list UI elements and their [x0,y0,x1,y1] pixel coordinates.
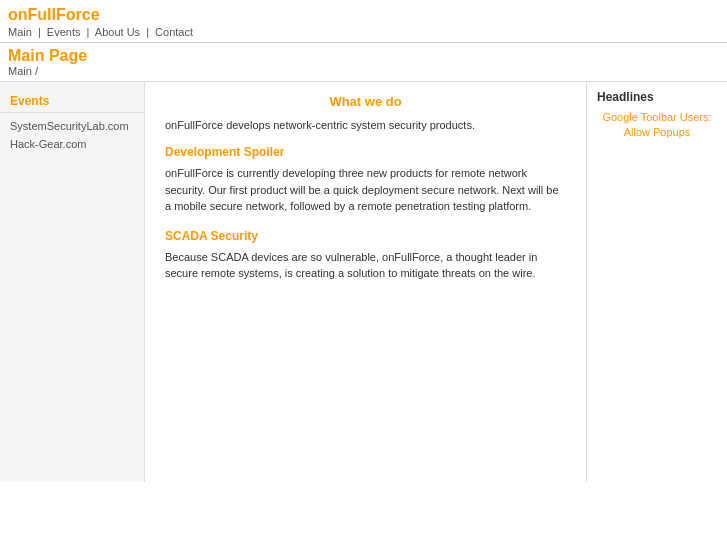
headline-link-google-toolbar[interactable]: Google Toolbar Users: Allow Popups [597,110,717,141]
page-title-area: Main Page Main / [0,43,727,82]
site-header: onFullForce Main | Events | About Us | C… [0,0,727,43]
sidebar-events-heading: Events [0,90,144,113]
section-heading-scada: SCADA Security [165,229,566,243]
site-title: onFullForce [8,6,719,24]
breadcrumb: Main / [8,65,719,77]
headlines-heading: Headlines [597,90,717,104]
main-layout: Events SystemSecurityLab.com Hack-Gear.c… [0,82,727,482]
page-title: Main Page [8,47,719,65]
sidebar: Events SystemSecurityLab.com Hack-Gear.c… [0,82,145,482]
section-text-scada: Because SCADA devices are so vulnerable,… [165,249,566,282]
section-text-development: onFullForce is currently developing thre… [165,165,566,215]
nav-sep-3: | [146,26,149,38]
nav-bar: Main | Events | About Us | Contact [8,26,719,38]
main-content: What we do onFullForce develops network-… [145,82,587,482]
sidebar-link-systemsecuritylab[interactable]: SystemSecurityLab.com [0,117,144,135]
nav-contact[interactable]: Contact [155,26,193,38]
nav-main[interactable]: Main [8,26,32,38]
nav-sep-1: | [38,26,41,38]
section-heading-development: Development Spoiler [165,145,566,159]
nav-events[interactable]: Events [47,26,81,38]
intro-text: onFullForce develops network-centric sys… [165,119,566,131]
breadcrumb-sep: / [35,65,38,77]
right-sidebar: Headlines Google Toolbar Users: Allow Po… [587,82,727,482]
breadcrumb-main-link[interactable]: Main [8,65,32,77]
nav-about-us[interactable]: About Us [95,26,140,38]
nav-sep-2: | [87,26,90,38]
sidebar-link-hackgear[interactable]: Hack-Gear.com [0,135,144,153]
what-we-do-heading: What we do [165,94,566,109]
